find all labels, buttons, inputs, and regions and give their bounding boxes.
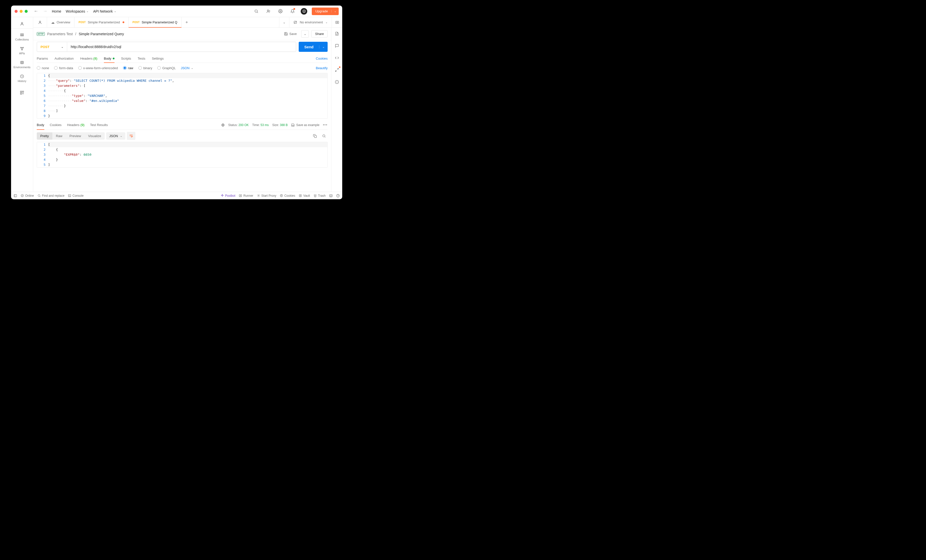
status-vault[interactable]: Vault [299,194,310,197]
radio-binary[interactable]: binary [138,66,152,70]
documentation-icon[interactable] [334,31,340,37]
radio-formdata[interactable]: form-data [54,66,73,70]
chevron-down-icon[interactable]: ⌄ [319,45,328,48]
chevron-down-icon[interactable]: ⌄ [331,10,339,12]
layout-icon[interactable] [329,194,333,197]
postbot-avatar-icon[interactable] [301,8,307,15]
status-runner[interactable]: Runner [239,194,253,197]
svg-line-34 [336,70,337,71]
svg-line-30 [325,136,325,137]
request-tabs: Params Authorization Headers (8) Body Sc… [37,54,328,63]
tab-tests[interactable]: Tests [138,54,145,63]
user-icon[interactable] [20,22,24,26]
send-button[interactable]: Send ⌄ [299,42,328,52]
url-input[interactable]: http://localhost:8888/druid/v2/sql [67,42,296,51]
nav-workspaces-label: Workspaces [66,9,85,13]
radio-none[interactable]: none [37,66,49,70]
raw-format-selector[interactable]: JSON ⌄ [181,66,193,70]
minimize-window-icon[interactable] [20,10,23,13]
environment-quicklook-icon[interactable] [331,17,342,27]
radio-urlencoded[interactable]: x-www-form-urlencoded [78,66,118,70]
help-icon[interactable] [336,194,340,197]
nav-apis[interactable]: APIs [11,45,33,56]
tab-body-label: Body [104,57,112,61]
related-icon[interactable] [334,67,340,73]
response-format-selector[interactable]: JSON ⌄ [106,132,125,139]
share-button[interactable]: Share [311,30,328,38]
status-console[interactable]: Console [68,194,83,197]
response-tabs: Body Cookies Headers (9) Test Results St… [37,120,328,130]
method-selector[interactable]: POST ⌄ [37,42,67,51]
info-icon[interactable] [334,79,340,85]
radio-graphql[interactable]: GraphQL [157,66,176,70]
tab-body[interactable]: Body [104,54,115,63]
nav-api-network[interactable]: API Network ⌄ [93,9,116,13]
code-icon[interactable] [334,55,340,61]
settings-icon[interactable] [277,8,284,15]
line-number: 6 [37,98,48,103]
nav-environments[interactable]: Environments [11,59,33,70]
status-postbot[interactable]: Postbot [221,194,236,197]
nav-forward-icon[interactable]: → [43,9,47,14]
upgrade-button[interactable]: Upgrade ⌄ [312,8,339,15]
wrap-lines-button[interactable] [127,132,135,140]
tabs-dropdown[interactable]: ⌄ [279,17,289,27]
tabs-row: ☁ Overview POST Simple Parameterized POS… [33,17,342,28]
notifications-icon[interactable] [289,8,296,15]
status-trash[interactable]: Trash [313,194,325,197]
nav-history[interactable]: History [11,73,33,84]
search-icon[interactable] [253,8,260,15]
response-body-editor[interactable]: 1[ 2 { 3 "EXPR$0": 6650 4 } 5] [37,142,328,168]
radio-raw[interactable]: raw [123,66,133,70]
cookies-link[interactable]: Cookies [316,57,328,61]
comments-icon[interactable] [334,43,340,49]
close-window-icon[interactable] [15,10,18,13]
resp-tab-tests[interactable]: Test Results [90,120,108,130]
breadcrumb-collection[interactable]: Parameters Test [47,32,73,36]
save-options-button[interactable]: ⌄ [301,30,309,38]
resp-tab-body[interactable]: Body [37,120,44,130]
nav-back-icon[interactable]: ← [34,9,38,14]
view-pretty[interactable]: Pretty [37,132,52,139]
workspace-user-icon[interactable] [33,17,47,27]
search-response-icon[interactable] [320,132,328,139]
maximize-window-icon[interactable] [25,10,28,13]
resp-tab-cookies[interactable]: Cookies [50,120,62,130]
search-icon [38,194,41,197]
status-cookies[interactable]: Cookies [280,194,295,197]
new-tab-button[interactable]: ＋ [182,17,192,27]
radio-graphql-label: GraphQL [162,66,176,70]
nav-collections[interactable]: Collections [11,31,33,42]
save-button[interactable]: Save [282,30,299,37]
status-online[interactable]: Online [21,194,34,197]
add-nav-icon[interactable] [20,91,24,95]
line-number: 5 [37,162,48,167]
svg-point-40 [21,194,24,197]
tab-params[interactable]: Params [37,54,48,63]
tab-overview[interactable]: ☁ Overview [47,17,74,27]
svg-point-6 [303,10,306,12]
tab-request-2[interactable]: POST Simple Parameterized Q [129,17,182,27]
status-find[interactable]: Find and replace [38,194,64,197]
tab-headers[interactable]: Headers (8) [80,54,97,63]
view-raw[interactable]: Raw [52,132,66,139]
request-body-editor[interactable]: 1{ 2····"query":·"SELECT COUNT(*) FROM w… [37,73,328,119]
invite-icon[interactable] [265,8,272,15]
tab-authorization[interactable]: Authorization [54,54,74,63]
nav-workspaces[interactable]: Workspaces ⌄ [66,9,89,13]
tab-scripts[interactable]: Scripts [121,54,131,63]
resp-tab-headers[interactable]: Headers (9) [67,120,85,130]
nav-home[interactable]: Home [52,9,61,13]
request-input: POST ⌄ http://localhost:8888/druid/v2/sq… [37,42,296,52]
status-proxy[interactable]: Start Proxy [257,194,276,197]
panel-toggle-icon[interactable] [14,194,17,197]
tab-request-1[interactable]: POST Simple Parameterized [74,17,128,27]
view-preview[interactable]: Preview [66,132,85,139]
beautify-button[interactable]: Beautify [316,66,328,70]
more-icon[interactable]: ••• [323,123,328,127]
save-as-example-button[interactable]: Save as example [291,123,319,127]
view-visualize[interactable]: Visualize [85,132,105,139]
environment-selector[interactable]: No environment ⌄ [289,17,331,27]
copy-response-icon[interactable] [311,132,319,139]
tab-settings[interactable]: Settings [152,54,163,63]
